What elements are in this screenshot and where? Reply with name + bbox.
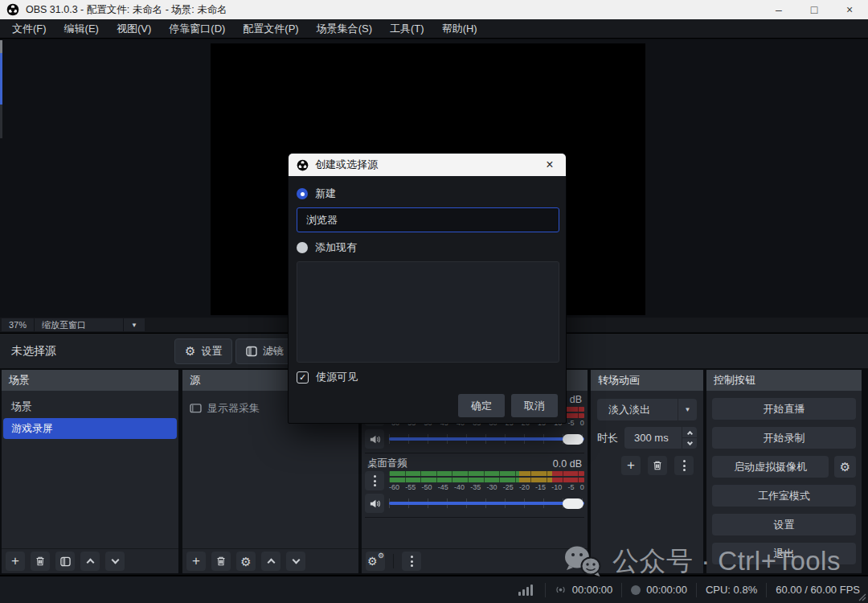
volume-slider-handle[interactable] <box>563 434 583 445</box>
source-properties-button[interactable]: ⚙ 设置 <box>174 338 232 364</box>
remove-scene-button[interactable] <box>31 552 50 571</box>
chevron-down-icon <box>111 556 119 564</box>
menu-item[interactable]: 视图(V) <box>108 19 160 38</box>
scene-filters-button[interactable] <box>55 552 75 571</box>
volume-meter <box>389 471 584 476</box>
make-source-visible-checkbox[interactable]: ✓ 使源可见 <box>297 370 558 384</box>
remove-transition-button[interactable] <box>648 456 667 475</box>
resize-grip[interactable] <box>858 593 866 601</box>
gear-icon: ⚙ <box>240 556 251 568</box>
volume-slider[interactable] <box>389 431 584 447</box>
move-source-down-button[interactable] <box>286 552 305 571</box>
settings-button[interactable]: 设置 <box>712 514 856 535</box>
close-button[interactable]: × <box>842 0 857 19</box>
menu-item[interactable]: 停靠窗口(D) <box>160 19 234 38</box>
meter-tick-label: -45 <box>438 483 448 491</box>
volume-slider-handle[interactable] <box>563 498 583 509</box>
meter-tick-label: -25 <box>503 483 514 491</box>
display-capture-icon <box>190 404 202 413</box>
advanced-audio-icon: ⚙⚙ <box>369 555 382 568</box>
dialog-titlebar[interactable]: 创建或选择源 × <box>289 154 566 176</box>
meter-tick-label: 0 <box>580 483 584 491</box>
chevron-up-icon <box>86 559 94 567</box>
move-scene-up-button[interactable] <box>80 552 100 571</box>
transitions-panel: 转场动画 淡入淡出 ▼ 时长 300 ms <box>591 370 703 573</box>
source-item-label: 显示器采集 <box>207 401 260 416</box>
cancel-button[interactable]: 取消 <box>511 394 558 417</box>
meter-tick-label: -40 <box>454 483 465 491</box>
transition-duration-spinner[interactable]: 300 ms <box>624 427 697 449</box>
menu-item[interactable]: 编辑(E) <box>55 19 108 38</box>
create-new-radio[interactable]: 新建 <box>297 187 558 201</box>
ok-button[interactable]: 确定 <box>458 394 505 417</box>
chevron-up-icon <box>267 559 275 567</box>
window-titlebar[interactable]: OBS 31.0.3 - 配置文件: 未命名 - 场景: 未命名 – □ × <box>0 0 868 19</box>
meter-tick-label: 0 <box>580 419 584 427</box>
scenes-panel-header[interactable]: 场景 <box>2 370 178 391</box>
add-scene-button[interactable]: + <box>6 552 25 571</box>
add-source-button[interactable]: + <box>186 552 206 571</box>
chevron-down-icon <box>686 439 692 445</box>
kebab-menu-icon <box>683 460 686 471</box>
transition-menu-button[interactable] <box>674 456 694 475</box>
menu-item[interactable]: 工具(T) <box>381 19 433 38</box>
scene-list-item[interactable]: 游戏录屏 <box>3 418 177 439</box>
menu-item[interactable]: 配置文件(P) <box>234 19 307 38</box>
source-name-input[interactable] <box>297 207 559 232</box>
edge-sliver <box>0 53 2 105</box>
chevron-up-icon <box>686 430 692 436</box>
duration-decrease-button[interactable] <box>682 437 697 449</box>
duration-increase-button[interactable] <box>682 427 697 437</box>
virtual-camera-settings-button[interactable]: ⚙ <box>834 456 856 478</box>
zoom-mode-label: 缩放至窗口 <box>35 318 123 331</box>
kebab-menu-icon <box>411 556 413 567</box>
gear-icon: ⚙ <box>185 345 195 357</box>
meter-scale: -60-55-50-45-40-35-30-25-20-15-10-50 <box>389 483 584 491</box>
mute-button[interactable] <box>365 429 384 449</box>
menu-item[interactable]: 帮助(H) <box>433 19 486 38</box>
add-transition-button[interactable]: + <box>621 456 641 475</box>
meter-tick-label: -5 <box>568 483 575 491</box>
mixer-kebab-button[interactable] <box>365 471 384 490</box>
scenes-footer: + <box>2 548 178 573</box>
scene-list-item[interactable]: 场景 <box>3 396 177 417</box>
minimize-button[interactable]: – <box>772 0 786 19</box>
checkbox-checked-icon: ✓ <box>297 371 309 384</box>
transitions-panel-header[interactable]: 转场动画 <box>591 370 703 391</box>
source-filters-button[interactable]: 滤镜 <box>235 338 294 364</box>
start-recording-button[interactable]: 开始录制 <box>712 427 856 449</box>
obs-logo-icon <box>297 159 309 171</box>
volume-slider[interactable] <box>389 495 584 511</box>
studio-mode-button[interactable]: 工作室模式 <box>712 485 856 507</box>
zoom-percent: 37% <box>2 318 34 331</box>
mixer-menu-button[interactable] <box>402 552 421 571</box>
record-time: 00:00:00 <box>646 584 687 596</box>
menu-item[interactable]: 场景集合(S) <box>308 19 381 38</box>
transition-select[interactable]: 淡入淡出 ▼ <box>597 399 697 420</box>
dialog-close-button[interactable]: × <box>542 158 558 172</box>
mute-button[interactable] <box>365 494 384 513</box>
meter-tick-label: -30 <box>486 483 497 491</box>
window-title: OBS 31.0.3 - 配置文件: 未命名 - 场景: 未命名 <box>26 3 227 17</box>
filter-icon <box>60 556 71 567</box>
meter-tick-label: -10 <box>551 483 562 491</box>
source-properties-button[interactable]: ⚙ <box>236 552 256 571</box>
signal-bars-icon <box>518 585 533 596</box>
add-existing-radio[interactable]: 添加现有 <box>297 240 558 255</box>
controls-panel: 控制按钮 开始直播 开始录制 启动虚拟摄像机 ⚙ 工作室模式 设置 退出 <box>706 370 862 573</box>
broadcast-icon <box>555 584 567 596</box>
start-streaming-button[interactable]: 开始直播 <box>712 398 856 420</box>
exit-button[interactable]: 退出 <box>712 543 856 564</box>
move-scene-down-button[interactable] <box>105 552 125 571</box>
mixer-volume-value: dB <box>570 394 582 405</box>
maximize-button[interactable]: □ <box>807 0 821 19</box>
start-virtual-camera-button[interactable]: 启动虚拟摄像机 <box>712 456 829 478</box>
gear-icon: ⚙ <box>840 461 850 473</box>
existing-sources-list[interactable] <box>297 261 559 363</box>
remove-source-button[interactable] <box>211 552 231 571</box>
menu-item[interactable]: 文件(F) <box>3 19 55 38</box>
move-source-up-button[interactable] <box>261 552 280 571</box>
controls-panel-header[interactable]: 控制按钮 <box>706 370 862 391</box>
preview-zoom-select[interactable]: 37% 缩放至窗口 ▼ <box>2 318 145 331</box>
advanced-audio-button[interactable]: ⚙⚙ <box>366 552 385 571</box>
